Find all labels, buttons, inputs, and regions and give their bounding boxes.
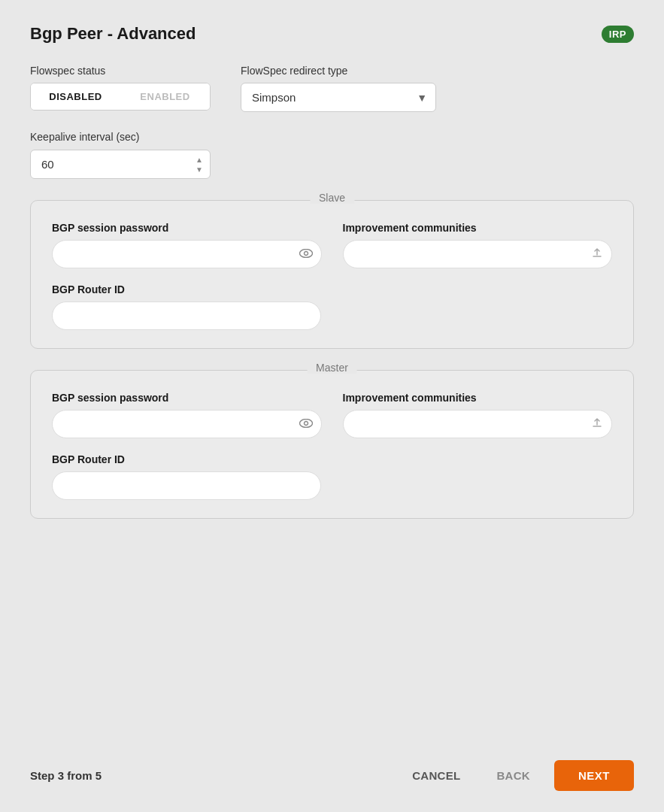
master-password-label: BGP session password bbox=[52, 392, 322, 404]
master-communities-input-wrapper bbox=[343, 410, 613, 438]
svg-point-2 bbox=[299, 420, 312, 428]
flowspec-redirect-label: FlowSpec redirect type bbox=[241, 65, 436, 77]
master-password-field: BGP session password bbox=[52, 392, 322, 438]
master-password-input[interactable] bbox=[52, 410, 322, 438]
master-router-id-input-wrapper bbox=[52, 471, 321, 500]
master-password-input-wrapper bbox=[52, 410, 322, 438]
slave-password-label: BGP session password bbox=[52, 222, 322, 234]
master-router-id-input[interactable] bbox=[52, 471, 321, 500]
keepalive-spinner: ▲ ▼ bbox=[194, 155, 205, 174]
flowspec-status-label: Flowspec status bbox=[30, 65, 211, 77]
master-communities-upload-icon[interactable] bbox=[591, 417, 603, 432]
slave-section: Slave BGP session password Improvem bbox=[30, 200, 634, 349]
flowspec-status-group: Flowspec status DISABLED ENABLED bbox=[30, 65, 211, 111]
page-title: Bgp Peer - Advanced bbox=[30, 24, 196, 44]
master-top-row: BGP session password Improvement communi… bbox=[52, 392, 612, 438]
next-button[interactable]: NEXT bbox=[554, 760, 634, 791]
cancel-button[interactable]: CANCEL bbox=[400, 762, 472, 789]
slave-password-input-wrapper bbox=[52, 240, 322, 268]
svg-point-0 bbox=[299, 250, 312, 258]
step-indicator: Step 3 from 5 bbox=[30, 769, 102, 782]
flowspec-redirect-select[interactable]: Simpson Option2 Option3 bbox=[241, 83, 436, 112]
slave-router-id-label: BGP Router ID bbox=[52, 283, 321, 295]
slave-router-id-input-wrapper bbox=[52, 301, 321, 330]
back-button[interactable]: BACK bbox=[484, 762, 542, 789]
keepalive-input-wrapper: ▲ ▼ bbox=[30, 150, 211, 179]
slave-router-id-input[interactable] bbox=[52, 301, 321, 330]
keepalive-label: Keepalive interval (sec) bbox=[30, 131, 140, 143]
master-section: Master BGP session password Improve bbox=[30, 370, 634, 519]
flowspec-redirect-select-wrapper: Simpson Option2 Option3 ▼ bbox=[241, 83, 436, 112]
slave-communities-field: Improvement communities bbox=[343, 222, 613, 268]
master-router-id-label: BGP Router ID bbox=[52, 453, 321, 465]
keepalive-up-btn[interactable]: ▲ bbox=[194, 155, 205, 164]
svg-point-1 bbox=[304, 252, 308, 256]
slave-password-field: BGP session password bbox=[52, 222, 322, 268]
footer-actions: CANCEL BACK NEXT bbox=[400, 760, 634, 791]
master-password-eye-icon[interactable] bbox=[299, 417, 313, 431]
flowspec-redirect-group: FlowSpec redirect type Simpson Option2 O… bbox=[241, 65, 436, 112]
flowspec-toggle[interactable]: DISABLED ENABLED bbox=[30, 83, 211, 111]
slave-communities-upload-icon[interactable] bbox=[591, 247, 603, 262]
master-legend: Master bbox=[307, 362, 357, 374]
slave-communities-input[interactable] bbox=[343, 240, 613, 268]
flowspec-enabled-option[interactable]: ENABLED bbox=[120, 83, 210, 110]
slave-communities-input-wrapper bbox=[343, 240, 613, 268]
keepalive-input[interactable] bbox=[30, 150, 211, 179]
master-communities-field: Improvement communities bbox=[343, 392, 613, 438]
svg-point-3 bbox=[304, 422, 308, 426]
header: Bgp Peer - Advanced IRP bbox=[30, 24, 634, 44]
slave-communities-label: Improvement communities bbox=[343, 222, 613, 234]
flowspec-disabled-option[interactable]: DISABLED bbox=[31, 83, 120, 110]
slave-password-input[interactable] bbox=[52, 240, 322, 268]
slave-password-eye-icon[interactable] bbox=[299, 247, 313, 261]
flowspec-row: Flowspec status DISABLED ENABLED FlowSpe… bbox=[30, 65, 634, 112]
keepalive-down-btn[interactable]: ▼ bbox=[194, 165, 205, 174]
keepalive-section: Keepalive interval (sec) ▲ ▼ bbox=[30, 130, 634, 179]
slave-legend: Slave bbox=[310, 192, 354, 204]
master-router-id-row: BGP Router ID bbox=[52, 453, 321, 500]
slave-top-row: BGP session password Improvement communi… bbox=[52, 222, 612, 268]
slave-router-id-row: BGP Router ID bbox=[52, 283, 321, 330]
master-communities-label: Improvement communities bbox=[343, 392, 613, 404]
irp-badge: IRP bbox=[602, 26, 634, 43]
footer: Step 3 from 5 CANCEL BACK NEXT bbox=[0, 742, 664, 812]
master-communities-input[interactable] bbox=[343, 410, 613, 438]
